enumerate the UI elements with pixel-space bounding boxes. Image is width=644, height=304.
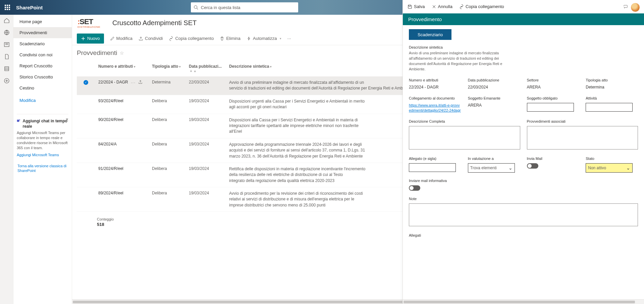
panel-scrollbar[interactable] xyxy=(403,299,644,304)
sidebar-edit[interactable]: Modifica xyxy=(13,95,72,106)
app-launcher[interactable] xyxy=(0,0,15,15)
share-button[interactable]: Condividi xyxy=(139,36,163,41)
svg-point-16 xyxy=(19,119,20,120)
classic-link[interactable]: Torna alla versione classica di SharePoi… xyxy=(17,164,68,173)
sidebar-item[interactable]: Condivisi con noi xyxy=(13,49,72,60)
new-button[interactable]: Nuovo xyxy=(77,34,104,44)
page-title: Cruscotto Adempimenti SET xyxy=(112,19,197,27)
descrizione-completa-input[interactable] xyxy=(409,126,520,149)
col-tipologia[interactable]: Tipologia atto▾ xyxy=(149,64,186,73)
teams-promo: × Aggiungi chat in tempo reale Aggiungi … xyxy=(17,114,68,158)
inviare-mail-toggle[interactable] xyxy=(409,185,420,191)
help-icon[interactable] xyxy=(619,4,625,10)
settore-value: ARERA xyxy=(527,85,579,89)
sidebar-item[interactable]: Cestino xyxy=(13,82,72,94)
avatar[interactable] xyxy=(631,3,640,12)
automate-button[interactable]: Automatizza▾ xyxy=(247,36,281,41)
home-icon[interactable] xyxy=(4,17,10,23)
save-button[interactable]: Salva xyxy=(408,4,425,9)
svg-line-1 xyxy=(197,8,198,10)
svg-point-0 xyxy=(194,6,197,9)
invia-mail-toggle[interactable] xyxy=(527,163,538,169)
details-panel: Salva Annulla Copia collegamento Provved… xyxy=(402,0,644,304)
plus-icon[interactable] xyxy=(4,78,10,84)
svg-rect-15 xyxy=(17,120,19,122)
sidebar-item[interactable]: Provvedimenti xyxy=(13,27,72,38)
attivita-input[interactable] xyxy=(586,103,633,112)
promo-body: Aggiungi Microsoft Teams per collaborare… xyxy=(17,130,68,150)
globe-icon[interactable] xyxy=(4,29,10,36)
row-share-icon[interactable] xyxy=(138,80,143,85)
soggetto-obbligato-input[interactable] xyxy=(527,103,574,112)
row-more-icon[interactable]: ··· xyxy=(131,80,136,85)
col-data[interactable]: Data pubblicazi...▾ xyxy=(186,64,226,73)
desc-text: Avvio di una preliminare indagine di mer… xyxy=(409,51,513,72)
sidebar-item[interactable]: Scadenziario xyxy=(13,38,72,49)
news-icon[interactable] xyxy=(4,42,10,48)
copylink-button[interactable]: Copia collegamento xyxy=(169,36,214,41)
note-input[interactable] xyxy=(409,203,638,226)
data-value: 22/03/2024 xyxy=(468,85,520,89)
delete-button[interactable]: Elimina xyxy=(220,36,240,41)
search-icon xyxy=(194,5,198,10)
search-placeholder: Cerca in questa lista xyxy=(201,5,240,10)
promo-title: Aggiungi chat in tempo reale xyxy=(23,118,68,129)
left-nav: Home pageProvvedimentiScadenziarioCondiv… xyxy=(13,15,72,304)
search-box[interactable]: Cerca in questa lista xyxy=(191,2,298,12)
gear-icon[interactable] xyxy=(606,4,612,10)
allegati-label: Allegati xyxy=(409,233,638,237)
site-logo: :SET DISTRIBUZIONE xyxy=(77,17,103,28)
sort-icon xyxy=(190,69,193,72)
scadenziario-button[interactable]: Scadenziario xyxy=(409,29,451,40)
desc-label: Descrizione sintetica xyxy=(409,45,638,49)
edit-button[interactable]: Modifica xyxy=(110,36,132,41)
tipologia-value: Determina xyxy=(586,85,638,89)
allegato-input[interactable] xyxy=(409,163,456,172)
provvedimenti-associati-input[interactable] xyxy=(527,126,638,149)
col-numero[interactable]: Numero e attributi▾ xyxy=(96,64,149,73)
app-rail xyxy=(0,15,13,304)
copylink-panel-button[interactable]: Copia collegamento xyxy=(459,4,504,9)
selected-icon: ✓ xyxy=(84,80,88,85)
more-button[interactable]: ··· xyxy=(287,36,291,41)
files-icon[interactable] xyxy=(4,54,10,60)
svg-rect-9 xyxy=(5,67,9,71)
stato-combo[interactable]: Non attivo⌄ xyxy=(586,163,633,173)
star-icon[interactable]: ☆ xyxy=(120,50,124,56)
in-valutazione-combo[interactable]: Trova elementi⌄ xyxy=(468,163,515,173)
close-icon[interactable]: × xyxy=(66,116,68,123)
svg-point-4 xyxy=(622,8,622,9)
cancel-button[interactable]: Annulla xyxy=(432,4,452,9)
megaphone-icon[interactable] xyxy=(594,4,600,10)
sidebar-item[interactable]: Home page xyxy=(13,16,72,27)
soggetto-emanante-value: ARERA xyxy=(468,103,520,108)
sidebar-item[interactable]: Storico Cruscotto xyxy=(13,71,72,82)
svg-point-2 xyxy=(608,6,610,8)
sidebar-item[interactable]: Report Cruscotto xyxy=(13,60,72,71)
list-icon[interactable] xyxy=(4,66,10,72)
promo-link[interactable]: Aggiungi Microsoft Teams xyxy=(17,153,68,158)
teams-icon xyxy=(17,118,21,123)
numero-value: 22/2024 - DAGR xyxy=(409,85,461,89)
panel-header: Provvedimento xyxy=(403,13,644,25)
document-link[interactable]: https://www.arera.it/atti-e-provvediment… xyxy=(409,103,461,113)
suite-title: SharePoint xyxy=(16,5,43,10)
